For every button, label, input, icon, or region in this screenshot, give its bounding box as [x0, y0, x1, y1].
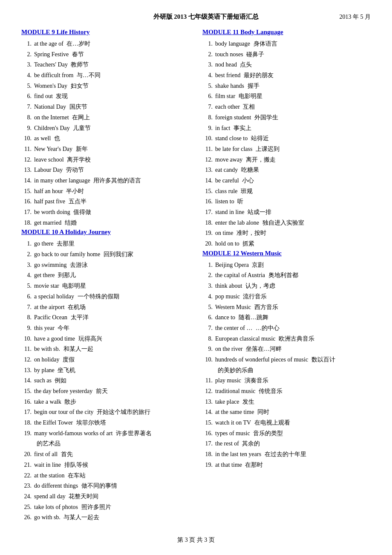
list-item: 3.Teachers' Day 教师节: [21, 60, 190, 69]
module-title-module10: MODULE 10 A Holiday Journey: [21, 228, 190, 236]
list-item: 12.traditional music 传统音乐: [202, 387, 371, 396]
list-item: 1.go there 去那里: [21, 239, 190, 249]
list-item: 20.first of all 首先: [21, 450, 190, 459]
list-item: 2.go back to our family home 回到我们家: [21, 250, 190, 259]
list-item: 15.class rule 班规: [202, 187, 371, 196]
list-item: 17.the rest of 其余的: [202, 439, 371, 448]
list-item: 4.best friend 最好的朋友: [202, 71, 371, 80]
list-item: 23.do different things 做不同的事情: [21, 481, 190, 491]
module-module10: MODULE 10 A Holiday Journey1.go there 去那…: [21, 228, 190, 522]
list-item: 5.Western Music 西方音乐: [202, 303, 371, 312]
list-item: 15.the day before yesterday 前天: [21, 387, 190, 396]
module-title-module12: MODULE 12 Western Music: [202, 250, 371, 257]
list-item: 25.take lots of photos 照许多照片: [21, 503, 190, 512]
list-item: 24.spend all day 花整天时间: [21, 492, 190, 501]
list-item: 2.the capital of Austria 奥地利首都: [202, 271, 371, 280]
list-item: 11.be late for class 上课迟到: [202, 145, 371, 154]
list-item: 13.by plane 坐飞机: [21, 366, 190, 375]
list-item: 19.many world-famous works of art 许多世界著名: [21, 429, 190, 438]
list-item: 15.half an hour 半小时: [21, 187, 190, 196]
list-item: 的艺术品: [21, 439, 190, 448]
list-item: 4.get there 到那儿: [21, 271, 190, 280]
list-item: 8.on the Internet 在网上: [21, 113, 190, 122]
list-item: 2.touch noses 碰鼻子: [202, 50, 371, 59]
list-item: 11.be with sb. 和某人一起: [21, 344, 190, 354]
list-item: 22.at the station 在车站: [21, 471, 190, 480]
list-item: 11.play music 演奏音乐: [202, 376, 371, 385]
list-item: 12.on holiday 度假: [21, 355, 190, 364]
list-item: 3.nod head 点头: [202, 60, 371, 69]
list-item: 18.enter the lab alone 独自进入实验室: [202, 218, 371, 228]
list-item: 14.be careful 小心: [202, 176, 371, 185]
list-item: 10.as well 也: [21, 134, 190, 143]
list-item: 7.National Day 国庆节: [21, 102, 190, 112]
list-item: 17.stand in line 站成一排: [202, 208, 371, 217]
list-item: 1.Beijing Opera 京剧: [202, 260, 371, 270]
page-date: 2013 年 5 月: [340, 13, 371, 21]
list-item: 18.get married 结婚: [21, 218, 190, 228]
list-item: 26.go with sb. 与某人一起去: [21, 513, 190, 522]
list-item: 6.film star 电影明星: [202, 92, 371, 101]
page-header: 外研版 2013 七年级英语下册短语汇总 2013 年 5 月: [21, 13, 371, 21]
list-item: 7.the center of … …的中心: [202, 324, 371, 333]
list-item: 16.listen to 听: [202, 197, 371, 206]
list-item: 16.types of music 音乐的类型: [202, 429, 371, 438]
page-title: 外研版 2013 七年级英语下册短语汇总: [72, 13, 340, 21]
list-item: 19.on time 准时，按时: [202, 228, 371, 238]
list-item: 6.dance to 随着…跳舞: [202, 313, 371, 322]
left-column: MODULE 9 Life History1.at the age of 在…岁…: [21, 29, 190, 523]
list-item: 3.think about 认为，考虑: [202, 281, 371, 291]
list-item: 11.New Year's Day 新年: [21, 145, 190, 154]
module-title-module9: MODULE 9 Life History: [21, 29, 190, 36]
list-item: 16.take a walk 散步: [21, 397, 190, 407]
list-item: 8.foreign student 外国学生: [202, 113, 371, 122]
list-item: 20.hold on to 抓紧: [202, 239, 371, 249]
list-item: 12.leave school 离开学校: [21, 155, 190, 165]
list-item: 16.half past five 五点半: [21, 197, 190, 206]
list-item: 14.such as 例如: [21, 376, 190, 385]
list-item: 9.Children's Day 儿童节: [21, 124, 190, 133]
list-item: 19.at that time 在那时: [202, 460, 371, 470]
module-module12: MODULE 12 Western Music1.Beijing Opera 京…: [202, 250, 371, 470]
list-item: 12.move away 离开，搬走: [202, 155, 371, 165]
list-item: 9.in fact 事实上: [202, 124, 371, 133]
list-item: 4.be difficult from 与…不同: [21, 71, 190, 80]
list-item: 7.at the airport 在机场: [21, 303, 190, 312]
list-item: 9.on the river 坐落在…河畔: [202, 344, 371, 354]
list-item: 3.go swimming 去游泳: [21, 260, 190, 270]
list-item: 5.shake hands 握手: [202, 81, 371, 91]
list-item: 10.have a good time 玩得高兴: [21, 334, 190, 344]
right-column: MODULE 11 Body Language1.body language 身…: [202, 29, 371, 523]
list-item: 9.this year 今年: [21, 324, 190, 333]
list-item: 14.at the same time 同时: [202, 408, 371, 417]
list-item: 21.wait in line 排队等候: [21, 460, 190, 470]
list-item: 17.begin our tour of the city 开始这个城市的旅行: [21, 408, 190, 417]
list-item: 14.in many other language 用许多其他的语言: [21, 176, 190, 185]
list-item: 7.each other 互相: [202, 102, 371, 112]
list-item: 10.hundreds of wonderful pieces of music…: [202, 355, 371, 364]
list-item: 1.body language 身体语言: [202, 39, 371, 49]
list-item: 10.stand close to 站得近: [202, 134, 371, 143]
list-item: 18.the Eiffel Tower 埃菲尔铁塔: [21, 418, 190, 428]
list-item: 18.in the last ten years 在过去的十年里: [202, 450, 371, 459]
list-item: 1.at the age of 在…岁时: [21, 39, 190, 49]
list-item: 13.Labour Day 劳动节: [21, 165, 190, 175]
list-item: 的美妙的乐曲: [202, 366, 371, 375]
page-footer: 第 3 页 共 3 页: [21, 536, 371, 544]
module-title-module11: MODULE 11 Body Language: [202, 29, 371, 36]
list-item: 6.find out 发现: [21, 92, 190, 101]
list-item: 13.eat candy 吃糖果: [202, 165, 371, 175]
list-item: 4.pop music 流行音乐: [202, 292, 371, 301]
list-item: 13.take place 发生: [202, 397, 371, 407]
list-item: 8.Pacific Ocean 太平洋: [21, 313, 190, 322]
list-item: 5.movie star 电影明星: [21, 281, 190, 291]
list-item: 17.be worth doing 值得做: [21, 208, 190, 217]
list-item: 6.a special holiday 一个特殊的假期: [21, 292, 190, 301]
module-module9: MODULE 9 Life History1.at the age of 在…岁…: [21, 29, 190, 227]
module-module11: MODULE 11 Body Language1.body language 身…: [202, 29, 371, 249]
list-item: 5.Women's Day 妇女节: [21, 81, 190, 91]
list-item: 15.watch it on TV 在电视上观看: [202, 418, 371, 428]
list-item: 8.European classical music 欧洲古典音乐: [202, 334, 371, 344]
list-item: 2.Spring Festive 春节: [21, 50, 190, 59]
